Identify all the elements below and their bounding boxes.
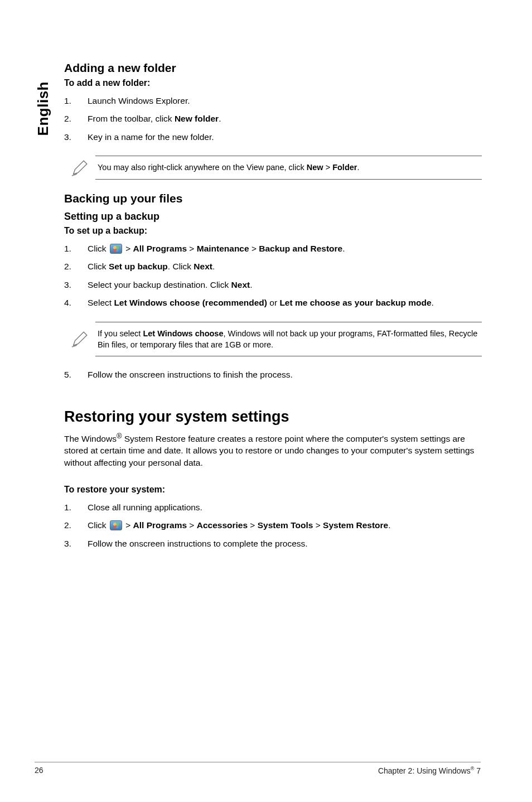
- list-item: 4. Select Let Windows choose (recommende…: [64, 297, 482, 309]
- step-text: Follow the onscreen instructions to fini…: [88, 369, 482, 381]
- text-bold: System Tools: [258, 520, 313, 530]
- note-body: If you select Let Windows choose, Window…: [95, 322, 482, 357]
- step-number: 3.: [64, 279, 88, 291]
- text-fragment: .: [388, 520, 390, 530]
- list-item: 3. Follow the onscreen instructions to c…: [64, 538, 482, 550]
- subheading-setup-backup: Setting up a backup: [64, 211, 482, 223]
- step-number: 3.: [64, 538, 88, 550]
- text-fragment: >: [248, 520, 258, 530]
- text-bold: Next: [194, 262, 212, 271]
- text-fragment: Chapter 2: Using Windows: [378, 766, 471, 775]
- text-fragment: Select: [88, 298, 114, 307]
- list-item: 2. Click Set up backup. Click Next.: [64, 260, 482, 273]
- list-item: 1. Launch Windows Explorer.: [64, 95, 482, 107]
- heading-backup: Backing up your files: [64, 192, 482, 205]
- step-number: 3.: [64, 131, 88, 143]
- intro-add-folder: To add a new folder:: [64, 78, 482, 88]
- text-bold: Backup and Restore: [259, 244, 342, 253]
- text-fragment: 7: [474, 766, 481, 775]
- step-number: 4.: [64, 297, 88, 309]
- text-bold: Set up backup: [109, 262, 168, 271]
- text-fragment: .: [219, 114, 221, 123]
- text-fragment: >: [187, 244, 197, 253]
- text-fragment: Click: [88, 520, 109, 530]
- text-fragment: Click: [88, 244, 109, 253]
- step-text: Close all running applications.: [88, 501, 482, 514]
- step-number: 2.: [64, 519, 88, 532]
- step-number: 1.: [64, 243, 88, 255]
- text-bold: Let Windows choose: [143, 329, 223, 338]
- text-bold: All Programs: [133, 520, 187, 530]
- text-fragment: >: [313, 520, 323, 530]
- text-fragment: >: [187, 520, 197, 530]
- note-backup: If you select Let Windows choose, Window…: [64, 322, 482, 357]
- list-item: 5. Follow the onscreen instructions to f…: [64, 369, 482, 381]
- pencil-icon: [64, 330, 95, 349]
- restore-paragraph: The Windows® System Restore feature crea…: [64, 431, 482, 469]
- page-footer: 26 Chapter 2: Using Windows® 7: [0, 762, 532, 775]
- text-fragment: System Restore feature creates a restore…: [64, 434, 474, 467]
- text-fragment: >: [123, 244, 133, 253]
- note-add-folder: You may also right-click anywhere on the…: [64, 156, 482, 179]
- text-fragment: Select your backup destination. Click: [88, 280, 231, 289]
- step-text: Select Let Windows choose (recommended) …: [88, 297, 482, 309]
- text-fragment: You may also right-click anywhere on the…: [98, 163, 307, 172]
- text-fragment: .: [432, 298, 434, 307]
- list-item: 3. Key in a name for the new folder.: [64, 131, 482, 143]
- text-fragment: >: [123, 520, 133, 530]
- text-fragment: >: [249, 244, 259, 253]
- text-fragment: or: [267, 298, 279, 307]
- note-body: You may also right-click anywhere on the…: [95, 156, 482, 179]
- step-text: Click Set up backup. Click Next.: [88, 260, 482, 273]
- step-number: 5.: [64, 369, 88, 381]
- text-fragment: The Windows: [64, 434, 117, 443]
- steps-restore: 1. Close all running applications. 2. Cl…: [64, 501, 482, 550]
- steps-add-folder: 1. Launch Windows Explorer. 2. From the …: [64, 95, 482, 143]
- text-bold: Maintenance: [197, 244, 249, 253]
- step-text: From the toolbar, click New folder.: [88, 113, 482, 125]
- text-bold: Let Windows choose (recommended): [114, 298, 267, 307]
- list-item: 1. Click > All Programs > Maintenance > …: [64, 243, 482, 255]
- steps-backup: 1. Click > All Programs > Maintenance > …: [64, 243, 482, 310]
- text-fragment: >: [323, 163, 333, 172]
- text-bold: New: [307, 163, 323, 172]
- list-item: 1. Close all running applications.: [64, 501, 482, 514]
- language-tab: English: [35, 81, 52, 136]
- step-text: Click > All Programs > Maintenance > Bac…: [88, 243, 482, 255]
- text-bold: System Restore: [323, 520, 388, 530]
- text-bold: Next: [231, 280, 250, 289]
- heading-add-folder: Adding a new folder: [64, 61, 482, 75]
- text-bold: All Programs: [133, 244, 187, 253]
- chapter-label: Chapter 2: Using Windows® 7: [378, 766, 481, 775]
- windows-start-icon: [110, 520, 122, 530]
- step-number: 1.: [64, 501, 88, 514]
- list-item: 2. Click > All Programs > Accessories > …: [64, 519, 482, 532]
- pencil-icon: [64, 158, 95, 177]
- list-item: 3. Select your backup destination. Click…: [64, 279, 482, 291]
- list-item: 2. From the toolbar, click New folder.: [64, 113, 482, 125]
- text-bold: Accessories: [197, 520, 248, 530]
- intro-backup: To set up a backup:: [64, 226, 482, 236]
- text-fragment: .: [342, 244, 345, 253]
- step-text: Follow the onscreen instructions to comp…: [88, 538, 482, 550]
- step-number: 2.: [64, 260, 88, 273]
- text-fragment: .: [250, 280, 252, 289]
- text-fragment: .: [212, 262, 215, 271]
- heading-restore: Restoring your system settings: [64, 408, 482, 426]
- step-number: 2.: [64, 113, 88, 125]
- text-bold: Let me choose as your backup mode: [279, 298, 431, 307]
- text-fragment: Click: [88, 262, 109, 271]
- page-number: 26: [35, 766, 43, 775]
- intro-restore: To restore your system:: [64, 485, 482, 495]
- windows-start-icon: [110, 244, 122, 254]
- step-number: 1.: [64, 95, 88, 107]
- step-text: Key in a name for the new folder.: [88, 131, 482, 143]
- registered-mark: ®: [117, 432, 122, 440]
- text-fragment: If you select: [98, 329, 143, 338]
- steps-backup-cont: 5. Follow the onscreen instructions to f…: [64, 369, 482, 381]
- step-text: Launch Windows Explorer.: [88, 95, 482, 107]
- step-text: Select your backup destination. Click Ne…: [88, 279, 482, 291]
- text-bold: Folder: [332, 163, 357, 172]
- text-fragment: .: [357, 163, 359, 172]
- text-bold: New folder: [175, 114, 219, 123]
